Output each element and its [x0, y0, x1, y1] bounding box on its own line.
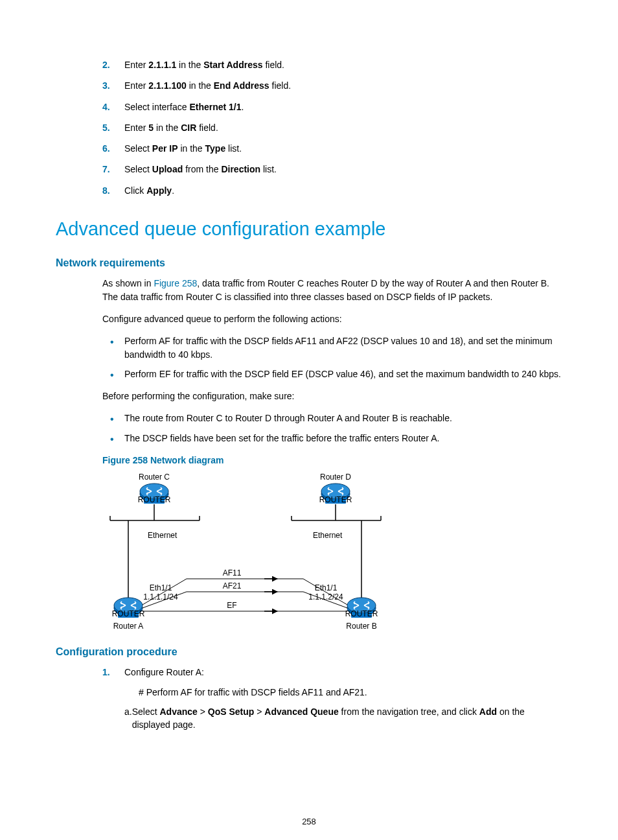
step-text: Enter 2.1.1.1 in the Start Address field… — [124, 58, 284, 71]
step-text: Select Upload from the Direction list. — [124, 163, 277, 176]
label-ethernet-right: Ethernet — [313, 531, 343, 540]
bullet-item: The route from Router C to Router D thro… — [102, 412, 562, 425]
label-ethernet-left: Ethernet — [148, 531, 177, 540]
requirements-body: As shown in Figure 258, data traffic fro… — [102, 277, 562, 445]
substep-text: Select Advance > QoS Setup > Advanced Qu… — [132, 705, 562, 732]
step-item: 4.Select interface Ethernet 1/1. — [102, 100, 562, 113]
label-router-c: Router C — [139, 472, 170, 482]
procedure-heading: Configuration procedure — [56, 644, 562, 659]
router-badge: ROUTER — [112, 609, 145, 618]
requirements-para-2: Configure advanced queue to perform the … — [102, 312, 562, 325]
bullet-item: Perform AF for traffic with the DSCP fie… — [102, 334, 562, 361]
step-number: 4. — [102, 100, 124, 113]
figure-reference-link[interactable]: Figure 258 — [154, 278, 197, 288]
step-subtext: # Perform AF for traffic with DSCP field… — [139, 686, 562, 699]
requirements-para-3: Before performing the configuration, mak… — [102, 390, 562, 402]
step-number: 2. — [102, 58, 124, 71]
step-item: 8.Click Apply. — [102, 184, 562, 197]
step-text: Click Apply. — [124, 184, 174, 197]
step-number: 3. — [102, 79, 124, 92]
actions-bullet-list: Perform AF for traffic with the DSCP fie… — [102, 334, 562, 380]
router-badge: ROUTER — [345, 609, 378, 618]
step-item: 3.Enter 2.1.1.100 in the End Address fie… — [102, 79, 562, 92]
router-badge: ROUTER — [319, 495, 352, 504]
step-item: 6.Select Per IP in the Type list. — [102, 142, 562, 155]
label-af21: AF21 — [223, 581, 242, 590]
step-number: 6. — [102, 142, 124, 155]
network-diagram: Router C Router D ROUTER ROUTER Ethernet… — [102, 472, 400, 634]
step-item: 7.Select Upload from the Direction list. — [102, 163, 562, 176]
prereq-bullet-list: The route from Router C to Router D thro… — [102, 412, 562, 445]
label-router-d: Router D — [320, 472, 351, 482]
section-heading: Advanced queue configuration example — [56, 215, 562, 242]
step-number: 1. — [102, 666, 124, 738]
step-text: Enter 2.1.1.100 in the End Address field… — [124, 79, 291, 92]
top-steps-list: 2.Enter 2.1.1.1 in the Start Address fie… — [56, 58, 562, 197]
router-badge: ROUTER — [138, 495, 171, 504]
step-text: Select Per IP in the Type list. — [124, 142, 242, 155]
label-router-b: Router B — [346, 622, 376, 631]
figure-caption: Figure 258 Network diagram — [102, 454, 562, 467]
step-text: Select interface Ethernet 1/1. — [124, 100, 244, 113]
label-ethA: Eth1/1 — [150, 583, 172, 592]
bullet-item: Perform EF for traffic with the DSCP fie… — [102, 368, 562, 380]
substep-letter: a. — [124, 705, 132, 732]
step-item: 2.Enter 2.1.1.1 in the Start Address fie… — [102, 58, 562, 71]
label-ef: EF — [227, 601, 236, 610]
bullet-item: The DSCP fields have been set for the tr… — [102, 432, 562, 445]
step-text: Configure Router A: — [124, 667, 204, 677]
procedure-substep-a: a. Select Advance > QoS Setup > Advanced… — [124, 705, 562, 732]
step-number: 7. — [102, 163, 124, 176]
step-number: 5. — [102, 121, 124, 134]
requirements-para-1: As shown in Figure 258, data traffic fro… — [102, 277, 562, 303]
procedure-list: 1. Configure Router A: # Perform AF for … — [102, 666, 562, 738]
label-af11: AF11 — [223, 568, 242, 578]
procedure-step-1: 1. Configure Router A: # Perform AF for … — [102, 666, 562, 738]
step-text: Enter 5 in the CIR field. — [124, 121, 218, 134]
label-router-a: Router A — [113, 622, 144, 631]
step-item: 5.Enter 5 in the CIR field. — [102, 121, 562, 134]
step-number: 8. — [102, 184, 124, 197]
text: As shown in — [102, 278, 154, 288]
page-number: 258 — [56, 816, 562, 828]
requirements-heading: Network requirements — [56, 255, 562, 270]
